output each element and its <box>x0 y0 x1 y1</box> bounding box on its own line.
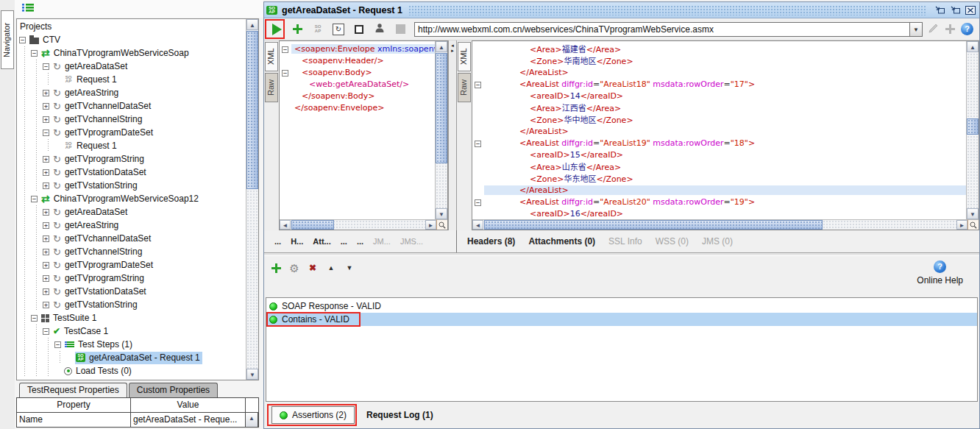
response-vscrollbar[interactable]: ▲ ▼ <box>966 41 979 219</box>
configure-assertion-button[interactable]: ⚙ <box>288 262 300 274</box>
tree-node[interactable]: −✔TestCase 1 <box>17 325 246 338</box>
scroll-left-icon[interactable]: ◄ <box>280 220 291 230</box>
xml-line[interactable]: <Zone>华中地区</Zone> <box>472 113 966 125</box>
tree-node[interactable]: +↻getTVchannelString <box>17 245 246 258</box>
inspector-tab[interactable]: JM... <box>373 237 391 246</box>
endpoint-url-input[interactable] <box>414 22 910 37</box>
expand-box[interactable]: + <box>43 116 49 123</box>
xml-line[interactable]: </AreaList> <box>472 125 966 137</box>
collapse-box[interactable]: − <box>43 130 49 136</box>
tree-node[interactable]: +↻getAreaString <box>17 219 246 232</box>
response-hscrollbar[interactable]: ◄ ► <box>472 219 967 230</box>
minimize-window-button[interactable] <box>933 4 946 16</box>
add-to-testcase-button[interactable] <box>291 22 304 37</box>
xml-line[interactable]: <Zone>华南地区</Zone> <box>472 54 966 66</box>
navigator-tab[interactable]: Navigator <box>1 10 14 69</box>
collapse-right-icon[interactable]: ▸ <box>451 48 454 53</box>
collapse-box[interactable]: − <box>31 315 38 322</box>
disabled-option-button[interactable] <box>394 22 407 37</box>
inspector-tab[interactable]: SSL Info <box>608 236 642 247</box>
tree-node[interactable]: SOAPgetAreaDataSet - Request 1 <box>17 351 246 364</box>
collapse-box[interactable]: − <box>43 63 49 70</box>
expand-box[interactable]: + <box>43 235 49 242</box>
tree-node[interactable]: +↻getTVprogramString <box>17 152 246 166</box>
scroll-thumb[interactable] <box>967 118 979 135</box>
expand-box[interactable]: + <box>43 275 49 282</box>
xml-line[interactable]: −<AreaList diffgr:id="AreaList19" msdata… <box>472 137 966 149</box>
properties-tab[interactable]: Custom Properties <box>129 383 218 397</box>
expand-box[interactable]: + <box>43 302 49 308</box>
expand-box[interactable]: + <box>43 90 49 96</box>
expand-box[interactable]: + <box>43 262 49 269</box>
fold-toggle-icon[interactable]: − <box>475 199 481 206</box>
scroll-up-icon[interactable]: ▲ <box>967 41 979 52</box>
scroll-up-icon[interactable]: ▲ <box>246 19 258 30</box>
inspector-tab[interactable]: Att... <box>313 237 330 246</box>
tree-node[interactable]: +↻getTVprogramString <box>17 272 246 285</box>
tree-node[interactable]: +↻getTVprogramDateSet <box>17 258 246 272</box>
expand-box[interactable]: + <box>43 103 49 110</box>
xml-line[interactable]: </soapenv:Body> <box>280 90 435 102</box>
scroll-thumb[interactable] <box>246 31 258 189</box>
collapse-left-icon[interactable]: ◂ <box>451 43 454 48</box>
xml-line[interactable]: <Area>山东省</Area> <box>472 160 966 172</box>
scroll-left-icon[interactable]: ◄ <box>472 220 483 230</box>
xml-line[interactable]: <areaID>15</areaID> <box>472 149 966 160</box>
add-assertion-button[interactable] <box>270 262 282 274</box>
assertion-item[interactable]: Contains - VALID <box>266 313 977 326</box>
tree-node[interactable]: +↻getTVchannelString <box>17 113 246 126</box>
recreate-request-button[interactable]: ↻ <box>332 22 345 37</box>
move-down-button[interactable]: ▼ <box>344 262 355 274</box>
xml-line[interactable]: −<soapenv:Body> <box>280 66 435 78</box>
expand-box[interactable]: + <box>43 169 49 176</box>
tree-node[interactable]: +↻getTVstationDataSet <box>17 285 246 298</box>
scroll-right-icon[interactable]: ► <box>425 220 436 230</box>
help-button[interactable]: ? <box>961 23 973 35</box>
scroll-down-icon[interactable]: ▼ <box>246 369 258 380</box>
xml-line[interactable]: <Area>福建省</Area> <box>472 43 966 54</box>
inspector-tab[interactable]: WSS (0) <box>656 236 689 247</box>
request-hscrollbar[interactable]: ◄ ► <box>280 219 436 230</box>
tree-node[interactable]: −Test Steps (1) <box>17 338 246 351</box>
restore-window-button[interactable] <box>948 4 962 16</box>
fold-toggle-icon[interactable]: − <box>282 46 288 53</box>
tree-node[interactable]: +↻getAreaString <box>17 86 246 99</box>
expand-box[interactable]: + <box>43 182 49 189</box>
xml-line[interactable]: −<soapenv:Envelope xmlns:soapenv="http <box>280 43 435 54</box>
xml-line[interactable]: <Area>江西省</Area> <box>472 102 966 113</box>
inspector-tab[interactable]: H... <box>291 237 303 246</box>
remove-assertion-button[interactable]: ✖ <box>307 262 319 274</box>
collapse-box[interactable]: − <box>43 328 49 335</box>
cancel-request-button[interactable] <box>352 22 366 37</box>
add-endpoint-button[interactable] <box>945 24 955 34</box>
xml-line[interactable]: <areaID>16</areaID> <box>472 208 966 219</box>
scroll-down-icon[interactable]: ▼ <box>436 208 447 219</box>
tree-scrollbar[interactable]: ▲ ▼ <box>246 19 258 380</box>
tree-node[interactable]: SOAPRequest 1 <box>17 73 246 86</box>
tree-node[interactable]: Projects <box>17 20 246 33</box>
props-scroll-up-icon[interactable]: ▲ <box>246 412 258 427</box>
expand-box[interactable]: + <box>43 249 49 255</box>
editor-tab-raw[interactable]: Raw <box>458 73 471 102</box>
tree-node[interactable]: −↻getTVprogramDateSet <box>17 126 246 139</box>
collapse-box[interactable]: − <box>31 196 38 202</box>
online-help-link[interactable]: Online Help <box>917 275 963 286</box>
tree-node[interactable]: −⇄ChinaTVprogramWebServiceSoap <box>17 46 246 60</box>
expand-box[interactable]: + <box>43 288 49 295</box>
fold-toggle-icon[interactable]: − <box>282 70 288 77</box>
xml-line[interactable]: </AreaList> <box>472 184 966 196</box>
request-window-titlebar[interactable]: SOAP getAreaDataSet - Request 1 <box>264 2 979 18</box>
collapse-box[interactable]: − <box>31 50 38 57</box>
collapse-box[interactable]: − <box>19 37 26 43</box>
property-row[interactable]: NamegetAreaDataSet - Reque...▲ <box>17 412 258 427</box>
soap-action-button[interactable]: SOAP <box>311 22 324 37</box>
xml-line[interactable]: <areaID>14</areaID> <box>472 90 966 102</box>
close-window-button[interactable] <box>964 4 977 16</box>
xml-line[interactable]: <soapenv:Header/> <box>280 54 435 66</box>
assertions-tab[interactable]: Assertions (2) <box>271 406 355 424</box>
tree-node[interactable]: −⇄ChinaTVprogramWebServiceSoap12 <box>17 192 246 205</box>
edit-disabled-button[interactable] <box>928 24 940 35</box>
expand-box[interactable]: + <box>43 156 49 163</box>
tree-node[interactable]: SOAPRequest 1 <box>17 139 246 152</box>
tree-node[interactable]: +↻getTVstationString <box>17 179 246 192</box>
